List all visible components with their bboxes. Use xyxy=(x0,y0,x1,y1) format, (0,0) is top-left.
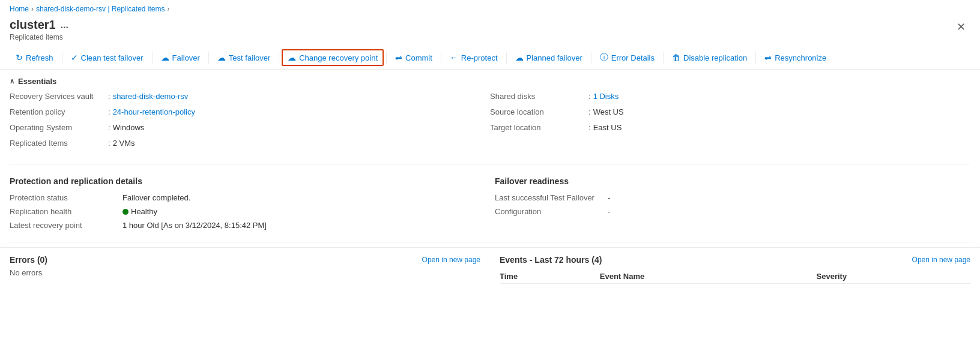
essentials-row-vault: Recovery Services vault : shared-disk-de… xyxy=(10,92,490,105)
toolbar-sep-10 xyxy=(755,52,756,64)
toolbar: ↻ Refresh ✓ Clean test failover ☁ Failov… xyxy=(0,46,980,70)
events-col-time: Time xyxy=(500,269,600,284)
check-icon: ✓ xyxy=(71,53,78,62)
refresh-button[interactable]: ↻ Refresh xyxy=(10,49,59,66)
os-value: Windows xyxy=(113,123,145,132)
breadcrumb-vault[interactable]: shared-disk-demo-rsv | Replicated items xyxy=(36,5,165,13)
divider-1 xyxy=(10,164,970,164)
failover-col: Failover readiness Last successful Test … xyxy=(495,176,970,230)
recovery-point-icon: ☁ xyxy=(288,53,296,62)
divider-2 xyxy=(10,242,970,242)
shared-disks-link[interactable]: 1 Disks xyxy=(593,92,619,101)
error-details-button[interactable]: ⓘ Error Details xyxy=(594,49,661,67)
essentials-row-replicated-items: Replicated Items : 2 VMs xyxy=(10,139,490,152)
toolbar-sep-1 xyxy=(62,52,62,64)
sync-icon: ⇌ xyxy=(764,53,772,62)
planned-failover-button[interactable]: ☁ Planned failover xyxy=(509,49,588,66)
events-table-header-row: Time Event Name Severity xyxy=(500,269,970,284)
change-recovery-point-button[interactable]: ☁ Change recovery point xyxy=(282,49,384,66)
events-col: Events - Last 72 hours (4) Open in new p… xyxy=(490,248,980,291)
events-col-severity: Severity xyxy=(817,269,970,284)
clean-test-failover-button[interactable]: ✓ Clean test failover xyxy=(65,49,150,66)
failover-title: Failover readiness xyxy=(495,176,970,186)
disable-replication-button[interactable]: 🗑 Disable replication xyxy=(666,49,753,66)
configuration-row: Configuration - xyxy=(495,207,970,216)
vault-link[interactable]: shared-disk-demo-rsv xyxy=(113,92,189,101)
no-errors-label: No errors xyxy=(10,268,480,277)
title-ellipsis[interactable]: ... xyxy=(61,20,68,31)
essentials-row-target-location: Target location : East US xyxy=(490,123,970,136)
errors-title: Errors (0) xyxy=(10,255,47,265)
commit-icon: ⇌ xyxy=(395,53,402,62)
breadcrumb-sep1: › xyxy=(31,5,34,13)
bottom-section: Errors (0) Open in new page No errors Ev… xyxy=(0,247,980,291)
target-location-value: East US xyxy=(593,123,622,132)
essentials-header[interactable]: ∧ Essentials xyxy=(10,77,970,86)
refresh-icon: ↻ xyxy=(16,53,23,62)
events-open-new-page[interactable]: Open in new page xyxy=(912,256,970,264)
last-test-failover-value: - xyxy=(608,193,610,202)
essentials-section: ∧ Essentials Recovery Services vault : s… xyxy=(0,70,980,159)
essentials-row-os: Operating System : Windows xyxy=(10,123,490,136)
errors-col: Errors (0) Open in new page No errors xyxy=(0,248,490,291)
recovery-point-row: Latest recovery point 1 hour Old [As on … xyxy=(10,221,485,230)
title-text: cluster1 xyxy=(10,18,56,32)
toolbar-sep-4 xyxy=(279,52,279,64)
toolbar-sep-2 xyxy=(152,52,153,64)
essentials-grid: Recovery Services vault : shared-disk-de… xyxy=(10,92,970,152)
toolbar-sep-5 xyxy=(386,52,387,64)
close-button[interactable]: ✕ xyxy=(952,18,970,36)
details-section: Protection and replication details Prote… xyxy=(0,169,980,237)
replicated-items-value: 2 VMs xyxy=(113,139,135,148)
toolbar-sep-7 xyxy=(506,52,507,64)
essentials-left-col: Recovery Services vault : shared-disk-de… xyxy=(10,92,490,152)
info-circle-icon: ⓘ xyxy=(600,52,608,63)
toolbar-sep-9 xyxy=(663,52,664,64)
test-failover-button[interactable]: ☁ Test failover xyxy=(211,49,276,66)
events-title: Events - Last 72 hours (4) xyxy=(500,255,602,265)
replication-health-value: Healthy xyxy=(122,207,157,216)
errors-open-new-page[interactable]: Open in new page xyxy=(422,256,480,264)
errors-header: Errors (0) Open in new page xyxy=(10,255,480,265)
toolbar-sep-6 xyxy=(441,52,441,64)
protection-col: Protection and replication details Prote… xyxy=(10,176,485,230)
page-subtitle: Replicated items xyxy=(10,33,68,41)
events-header: Events - Last 72 hours (4) Open in new p… xyxy=(500,255,970,265)
events-col-name: Event Name xyxy=(600,269,817,284)
last-test-failover-row: Last successful Test Failover - xyxy=(495,193,970,202)
toolbar-sep-3 xyxy=(208,52,209,64)
source-location-value: West US xyxy=(593,107,624,116)
events-table: Time Event Name Severity xyxy=(500,269,970,284)
planned-cloud-icon: ☁ xyxy=(515,53,524,62)
commit-button[interactable]: ⇌ Commit xyxy=(389,49,438,66)
toolbar-sep-8 xyxy=(591,52,591,64)
essentials-row-shared-disks: Shared disks : 1 Disks xyxy=(490,92,970,105)
essentials-row-retention: Retention policy : 24-hour-retention-pol… xyxy=(10,107,490,121)
retention-policy-link[interactable]: 24-hour-retention-policy xyxy=(113,107,195,116)
protection-status-value: Failover completed. xyxy=(122,193,190,202)
page-header: cluster1 ... Replicated items ✕ xyxy=(0,16,980,46)
reprotect-icon: ← xyxy=(450,53,458,62)
protection-status-row: Protection status Failover completed. xyxy=(10,193,485,202)
resynchronize-button[interactable]: ⇌ Resynchronize xyxy=(758,49,832,66)
breadcrumb-sep2: › xyxy=(168,5,170,13)
reprotect-button[interactable]: ← Re-protect xyxy=(444,49,504,66)
page-title: cluster1 ... xyxy=(10,18,68,32)
breadcrumb-home[interactable]: Home xyxy=(10,5,29,13)
trash-icon: 🗑 xyxy=(672,53,680,62)
cloud-failover-icon: ☁ xyxy=(161,53,169,62)
cloud-test-icon: ☁ xyxy=(217,53,226,62)
healthy-indicator xyxy=(122,209,129,215)
breadcrumb: Home › shared-disk-demo-rsv | Replicated… xyxy=(0,0,980,16)
replication-health-row: Replication health Healthy xyxy=(10,207,485,216)
chevron-down-icon: ∧ xyxy=(10,77,14,85)
failover-button[interactable]: ☁ Failover xyxy=(155,49,206,66)
page-title-area: cluster1 ... Replicated items xyxy=(10,18,68,41)
protection-title: Protection and replication details xyxy=(10,176,485,186)
recovery-point-value: 1 hour Old [As on 3/12/2024, 8:15:42 PM] xyxy=(122,221,267,230)
configuration-value: - xyxy=(608,207,610,216)
essentials-row-source-location: Source location : West US xyxy=(490,107,970,121)
essentials-right-col: Shared disks : 1 Disks Source location :… xyxy=(490,92,970,152)
